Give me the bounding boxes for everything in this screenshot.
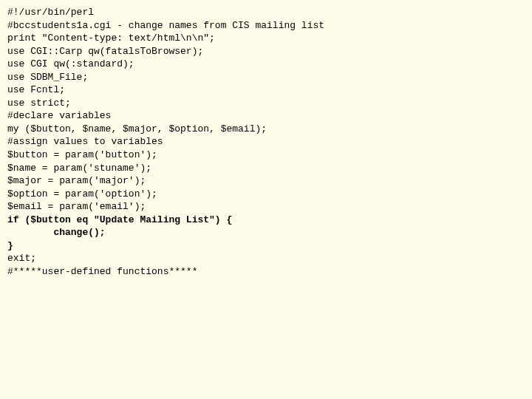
code-line: $option = param('option'); bbox=[7, 188, 525, 201]
code-line: #declare variables bbox=[7, 109, 525, 123]
code-line: use CGI::Carp qw(fatalsToBrowser); bbox=[7, 45, 525, 58]
code-line: #bccstudents1a.cgi - change names from C… bbox=[7, 19, 525, 33]
code-line: $button = param('button'); bbox=[7, 149, 525, 162]
code-line: use SDBM_File; bbox=[7, 71, 525, 84]
code-line: use Fcntl; bbox=[7, 83, 525, 97]
code-line: #!/usr/bin/perl bbox=[7, 6, 525, 19]
code-line: print "Content-type: text/html\n\n"; bbox=[7, 32, 525, 45]
code-line: use strict; bbox=[7, 97, 525, 110]
code-line: $name = param('stuname'); bbox=[7, 162, 525, 175]
code-line: } bbox=[7, 239, 525, 253]
code-line: change(); bbox=[7, 226, 525, 239]
code-block: #!/usr/bin/perl#bccstudents1a.cgi - chan… bbox=[0, 0, 532, 284]
code-line: $email = param('email'); bbox=[7, 200, 525, 214]
code-line: my ($button, $name, $major, $option, $em… bbox=[7, 123, 525, 136]
code-line: if ($button eq "Update Mailing List") { bbox=[7, 214, 525, 227]
code-line: #assign values to variables bbox=[7, 135, 525, 149]
code-line: use CGI qw(:standard); bbox=[7, 58, 525, 71]
code-line: $major = param('major'); bbox=[7, 174, 525, 188]
code-line: exit; bbox=[7, 252, 525, 265]
code-line: #*****user-defined functions***** bbox=[7, 265, 525, 279]
